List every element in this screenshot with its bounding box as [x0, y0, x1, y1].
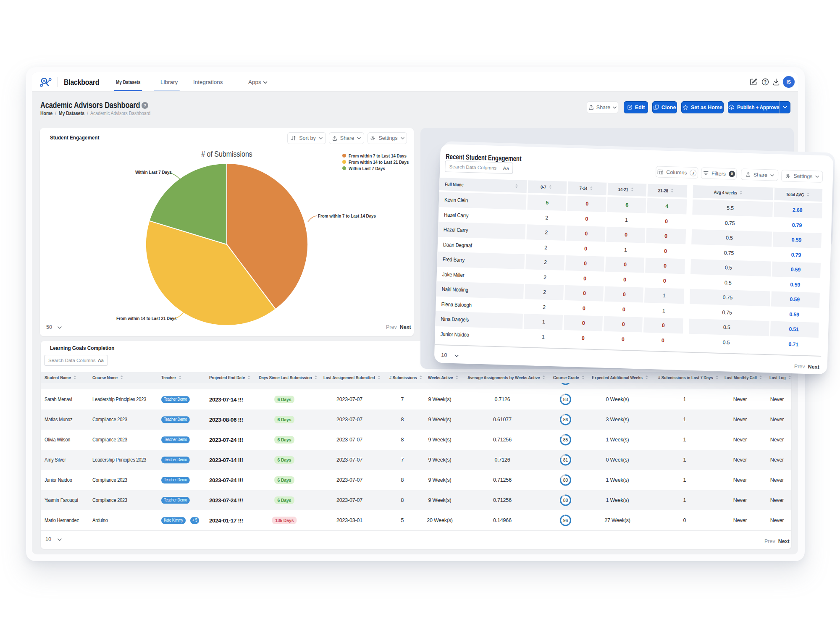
svg-text:?: ?	[764, 79, 766, 84]
